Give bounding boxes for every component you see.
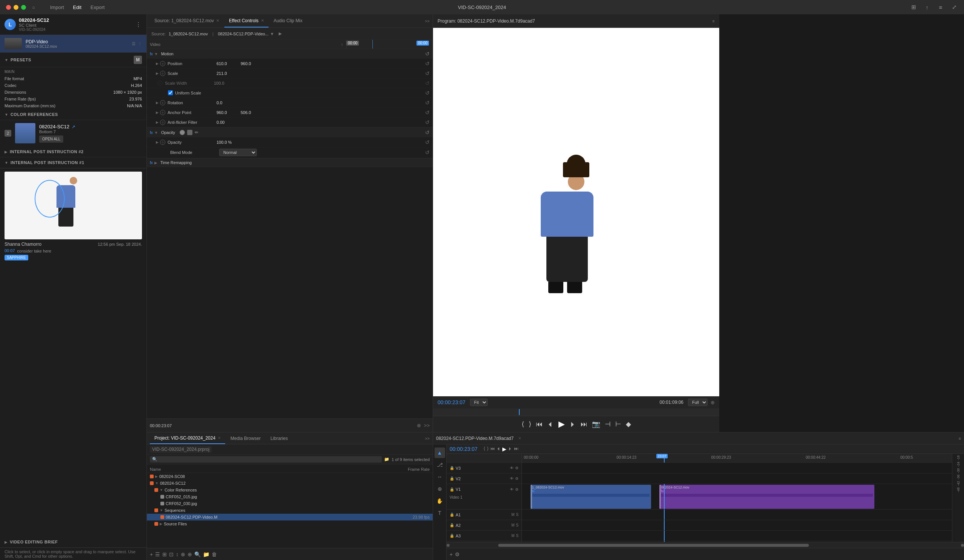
timeline-settings-icon[interactable]: ≡	[959, 436, 961, 441]
blend-mode-select[interactable]: Normal	[219, 149, 257, 156]
tab-libraries[interactable]: Libraries	[266, 433, 292, 444]
tree-item-sequences[interactable]: ▼ Sequences	[147, 507, 433, 514]
time-remap-header[interactable]: fx ▶ Time Remapping	[147, 158, 433, 167]
export-icon[interactable]: ↑	[923, 3, 931, 11]
fullscreen-icon[interactable]: ⤢	[951, 3, 958, 11]
tl-play-icon[interactable]: ▶	[502, 446, 506, 452]
trim-in-icon[interactable]: ⊣	[605, 420, 611, 428]
go-start-icon[interactable]: ⏮	[536, 420, 542, 428]
new-bin-btn-icon[interactable]: 📁	[203, 551, 209, 557]
internal-post-2-header[interactable]: ▶ INTERNAL POST INSTRUCTION #2	[0, 146, 147, 157]
tl-mark-in-icon[interactable]: ⟨	[484, 446, 485, 452]
program-settings-icon[interactable]: ≡	[712, 19, 715, 23]
lock-a1-icon[interactable]: 🔒	[449, 513, 454, 517]
antiflicker-expand-icon[interactable]: ▶	[156, 120, 158, 124]
tree-item-sc12[interactable]: ▼ 082024-SC12	[147, 480, 433, 487]
delete-icon[interactable]: 🗑	[212, 551, 217, 557]
lock-a3-icon[interactable]: 🔒	[449, 534, 454, 538]
timeline-scrollbar[interactable]	[446, 542, 964, 548]
timeline-close-icon[interactable]: ✕	[518, 436, 521, 440]
project-name-display[interactable]: VID-SC-092024_2024.prproj	[150, 446, 212, 453]
motion-reset-icon[interactable]: ↺	[425, 51, 430, 57]
opacity-pen-icon[interactable]: ✏	[195, 130, 199, 135]
tree-item-crf015[interactable]: CRF052_015.jpg	[147, 493, 433, 500]
step-back-icon[interactable]: ⏴	[547, 420, 554, 428]
tl-step-forward-icon[interactable]: ⏵	[508, 446, 513, 452]
source-seq-dropdown[interactable]: 082024-SC12.PDP-Video... ▼	[218, 32, 274, 36]
new-bin-icon[interactable]: 📁	[384, 457, 389, 462]
sequences-expand-icon[interactable]: ▼	[160, 508, 163, 512]
clip-block-2[interactable]: 082024-SC12.mov fx	[659, 485, 874, 509]
tab-project[interactable]: Project: VID-SC-092024_2024 ✕	[150, 433, 225, 444]
menu-icon[interactable]: ≡	[937, 3, 944, 11]
trim-out-icon[interactable]: ⊢	[615, 420, 621, 428]
col-fps-header[interactable]: Frame Rate	[392, 467, 430, 472]
scale-value[interactable]: 211.0	[217, 71, 239, 76]
filter-icon[interactable]: ⊗	[417, 423, 421, 428]
tab-media-browser[interactable]: Media Browser	[226, 433, 265, 444]
nav-edit[interactable]: Edit	[73, 5, 81, 10]
track-v1-eye-icon[interactable]: 👁	[510, 487, 514, 492]
clip-checklist-icon[interactable]: ☰	[132, 41, 135, 46]
rotation-reset-icon[interactable]: ↺	[425, 100, 430, 106]
nav-export[interactable]: Export	[90, 5, 105, 10]
opacity-reset-icon[interactable]: ↺	[425, 130, 430, 135]
motion-header[interactable]: fx ▼ Motion ↺	[147, 49, 433, 59]
tl-step-back-icon[interactable]: ⏴	[496, 446, 501, 452]
position-expand-icon[interactable]: ▶	[156, 62, 158, 65]
search-input[interactable]	[159, 457, 379, 462]
time-remap-expand-icon[interactable]: ▶	[155, 161, 157, 165]
fit-dropdown[interactable]: Fit	[470, 399, 488, 406]
quality-dropdown[interactable]: Full	[688, 399, 708, 406]
tree-item-crf030[interactable]: CRF052_030.jpg	[147, 500, 433, 507]
maximize-button[interactable]	[21, 5, 26, 10]
track-v2-eye-icon[interactable]: 👁	[510, 476, 514, 480]
export-frame-icon[interactable]: 📷	[592, 420, 600, 428]
position-anim-icon[interactable]: ○	[160, 61, 165, 66]
clip-item[interactable]: PDP-Video 082024-SC12.mov ☰ ⋮	[0, 35, 147, 53]
opacity-square-icon[interactable]	[187, 130, 192, 135]
lock-v3-icon[interactable]: 🔒	[449, 466, 454, 470]
minimize-button[interactable]	[13, 5, 18, 10]
position-x-value[interactable]: 610.0	[217, 61, 239, 66]
opacity-header[interactable]: fx ▼ Opacity ✏ ↺	[147, 128, 433, 137]
track-v2-settings-icon[interactable]: ⚙	[515, 476, 518, 480]
track-v1-settings-icon[interactable]: ⚙	[515, 487, 518, 492]
clip-menu-icon[interactable]: ⋮	[138, 41, 142, 46]
add-marker-icon[interactable]: ◆	[626, 420, 631, 428]
track-a3-m-icon[interactable]: M	[511, 534, 515, 538]
tree-item-source-files[interactable]: ▶ Source Files	[147, 521, 433, 527]
search-proj-icon[interactable]: 🔍	[194, 551, 201, 557]
sc12-expand-icon[interactable]: ▼	[155, 481, 158, 485]
tl-settings-icon[interactable]: ⚙	[455, 551, 460, 557]
opacity-circle-icon[interactable]	[180, 130, 185, 135]
selection-tool[interactable]: ▲	[435, 448, 445, 458]
zoom-tool[interactable]: ⊕	[435, 484, 445, 494]
opacity-val-reset-icon[interactable]: ↺	[425, 139, 430, 145]
anchor-reset-icon[interactable]: ↺	[425, 110, 430, 115]
tree-item-sequence-file[interactable]: 082024-SC12.PDP-Video.M 23.98 fps	[147, 514, 433, 521]
program-current-time[interactable]: 00:00:23:07	[438, 399, 466, 405]
timeline-ruler[interactable]: 00:00:00 00:00:14:23 00:00:29:23 00:00:4…	[522, 454, 952, 463]
timeline-current-time[interactable]: 00:00:23:07	[449, 446, 477, 452]
play-source-icon[interactable]: ▶	[278, 31, 282, 36]
anchor-expand-icon[interactable]: ▶	[156, 110, 158, 114]
tab-source[interactable]: Source: 1_082024-SC12.mov ✕	[150, 15, 224, 28]
mark-out-icon[interactable]: ⟩	[529, 420, 531, 428]
zoom-icon[interactable]: ⊕	[711, 400, 715, 405]
opacity-anim-icon[interactable]: ○	[160, 140, 165, 145]
color-ref-link-icon[interactable]: ↗	[72, 124, 75, 130]
anchor-x-value[interactable]: 960.0	[217, 110, 239, 115]
opacity-val-expand[interactable]: ▶	[156, 140, 158, 144]
zoom-in-icon[interactable]: ⊕	[187, 551, 192, 557]
position-reset-icon[interactable]: ↺	[425, 61, 430, 67]
source-files-expand-icon[interactable]: ▶	[160, 522, 162, 526]
close-button[interactable]	[6, 5, 11, 10]
tabs-more-icon[interactable]: >>	[425, 19, 430, 23]
track-a2-s-icon[interactable]: S	[516, 523, 518, 527]
track-a1-m-icon[interactable]: M	[511, 513, 515, 517]
open-all-button[interactable]: OPEN ALL	[39, 135, 63, 143]
sort-icon[interactable]: ↕	[176, 551, 179, 557]
scroll-up-icon[interactable]: ↑	[341, 42, 344, 47]
tab-effect-controls[interactable]: Effect Controls ✕	[225, 15, 268, 28]
